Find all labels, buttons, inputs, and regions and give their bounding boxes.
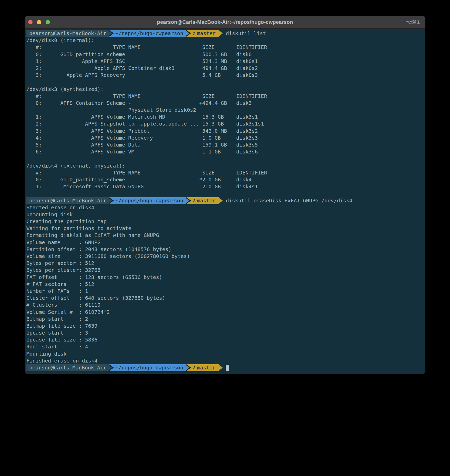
terminal-output-line [26,79,423,86]
terminal-output-line: 0: GUID_partition_scheme *2.0 GB disk4 [26,176,423,183]
terminal-output-line: 1: Apple_APFS_ISC 524.3 MB disk0s1 [26,58,423,65]
terminal-output-line: Bitmap start : 2 [26,316,423,323]
terminal-output-line: 4: APFS Volume Recovery 1.0 GB disk3s3 [26,134,423,141]
powerline-arrow-icon [186,364,191,371]
terminal-output-line: Volume Serial # : 610724f2 [26,309,423,316]
terminal-output-line: Number of FATs : 1 [26,288,423,295]
prompt-directory: ~/repos/hugo-cwpearson [114,364,186,371]
terminal-output-line: Volume name : GNUPG [26,239,423,246]
terminal-output-line: # Clusters : 61110 [26,302,423,308]
terminal-output-line: Finished erase on disk4 [26,357,423,364]
terminal-output-line: 0: GUID_partition_scheme 500.3 GB disk0 [26,51,423,58]
terminal-output-line: Cluster offset : 640 sectors (327680 byt… [26,295,423,302]
prompt-git-branch-label: master [197,364,216,371]
terminal-output-line: Unmounting disk [26,211,423,218]
powerline-arrow-icon [109,30,114,37]
terminal-prompt-line: pearson@Carls-MacBook-Air ~/repos/hugo-c… [26,364,423,371]
prompt-directory: ~/repos/hugo-cwpearson [114,197,186,204]
terminal-output-line: #: TYPE NAME SIZE IDENTIFIER [26,44,423,51]
git-branch-icon [192,198,196,203]
powerline-arrow-icon [186,30,191,37]
prompt-git-segment: master [191,364,219,371]
prompt-user-host: pearson@Carls-MacBook-Air [26,364,109,371]
terminal-output-line: Partition offset : 2048 sectors (1048576… [26,246,423,253]
terminal-output-line: #: TYPE NAME SIZE IDENTIFIER [26,93,423,100]
terminal-prompt-line: pearson@Carls-MacBook-Air ~/repos/hugo-c… [26,30,423,37]
terminal-output-line: 6: APFS Volume VM 1.1 GB disk3s6 [26,148,423,155]
terminal-output-line: 5: APFS Volume Data 159.1 GB disk3s5 [26,141,423,148]
terminal-output-line: /dev/disk0 (internal): [26,37,423,44]
minimize-button[interactable] [37,20,41,24]
prompt-user-host: pearson@Carls-MacBook-Air [26,197,109,204]
prompt-user-host: pearson@Carls-MacBook-Air [26,30,109,37]
terminal-output-line: 2: APFS Snapshot com.apple.os.update-...… [26,120,423,127]
terminal-output-line: Root start : 4 [26,343,423,350]
terminal-output-line: 3: Apple_APFS_Recovery 5.4 GB disk0s3 [26,72,423,79]
close-button[interactable] [28,20,33,24]
terminal-output-line [26,155,423,162]
powerline-arrow-icon [109,197,114,204]
git-branch-icon [192,365,196,370]
prompt-git-segment: master [191,197,219,204]
prompt-directory: ~/repos/hugo-cwpearson [114,30,186,37]
window-title: pearson@Carls-MacBook-Air:~/repos/hugo-c… [25,19,425,25]
window-titlebar[interactable]: pearson@Carls-MacBook-Air:~/repos/hugo-c… [25,16,425,29]
terminal-output-line: Upcase start : 3 [26,329,423,336]
terminal-output-line: Started erase on disk4 [26,204,423,211]
terminal-output-line: Waiting for partitions to activate [26,225,423,232]
traffic-lights [28,16,50,28]
terminal-output-line [26,190,423,197]
powerline-arrow-icon [186,197,191,204]
prompt-git-branch-label: master [197,30,216,37]
terminal-output-line: 2: Apple_APFS Container disk3 494.4 GB d… [26,65,423,72]
terminal-cursor [226,365,229,371]
terminal-body[interactable]: pearson@Carls-MacBook-Air ~/repos/hugo-c… [25,29,425,371]
terminal-output-line: Bytes per cluster: 32768 [26,267,423,274]
terminal-window[interactable]: pearson@Carls-MacBook-Air:~/repos/hugo-c… [25,16,425,374]
terminal-output-line: 0: APFS Container Scheme - +494.4 GB dis… [26,100,423,107]
terminal-prompt-line: pearson@Carls-MacBook-Air ~/repos/hugo-c… [26,197,423,204]
zoom-button[interactable] [46,20,50,24]
prompt-git-segment: master [191,30,219,37]
powerline-arrow-icon [109,364,114,371]
prompt-git-branch-label: master [197,197,216,204]
terminal-output-line: FAT offset : 128 sectors (65536 bytes) [26,274,423,281]
git-branch-icon [192,31,196,36]
terminal-output-line: # FAT sectors : 512 [26,281,423,288]
terminal-output-line: Creating the partition map [26,218,423,225]
terminal-output-line: Mounting disk [26,350,423,357]
terminal-output-line: 3: APFS Volume Preboot 342.0 MB disk3s2 [26,128,423,134]
terminal-output-line: Bytes per sector : 512 [26,260,423,267]
powerline-arrow-icon [219,30,223,37]
powerline-arrow-icon [219,364,223,371]
prompt-command: diskutil list [223,30,266,37]
terminal-output-line: 1: Microsoft Basic Data GNUPG 2.0 GB dis… [26,183,423,190]
terminal-output-line: Formatting disk4s1 as ExFAT with name GN… [26,232,423,239]
powerline-arrow-icon [219,197,223,204]
terminal-output-line: 1: APFS Volume Macintosh HD 15.3 GB disk… [26,113,423,120]
terminal-output-line: /dev/disk4 (external, physical): [26,162,423,169]
terminal-output-line: Bitmap file size : 7639 [26,323,423,329]
terminal-output-line: Volume size : 3911680 sectors (200278016… [26,253,423,260]
terminal-output-line: Upcase file size : 5836 [26,336,423,343]
prompt-command: diskutil eraseDisk ExFAT GNUPG /dev/disk… [223,197,352,204]
window-shortcut-badge: ⌥⌘1 [406,16,420,28]
terminal-output-line: Physical Store disk0s2 [26,107,423,113]
terminal-output-line: /dev/disk3 (synthesized): [26,86,423,93]
terminal-output-line: #: TYPE NAME SIZE IDENTIFIER [26,169,423,176]
